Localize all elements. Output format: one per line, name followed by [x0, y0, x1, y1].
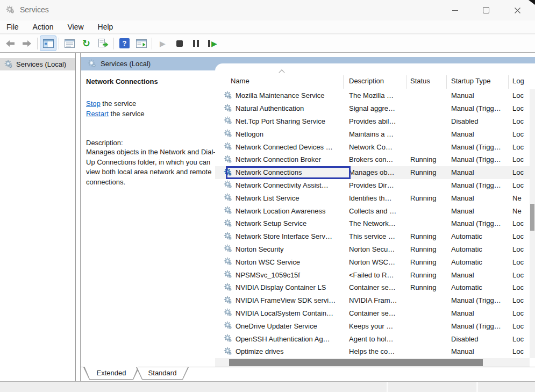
minimize-button[interactable]: [439, 0, 470, 20]
maximize-button[interactable]: [470, 0, 502, 20]
column-header-status[interactable]: Status: [410, 77, 430, 85]
properties-button[interactable]: [61, 35, 78, 51]
vertical-scrollbar-thumb[interactable]: [530, 204, 534, 231]
show-console-tree-button[interactable]: [40, 35, 56, 51]
column-divider[interactable]: [406, 75, 407, 89]
help-button[interactable]: ?: [116, 35, 133, 51]
menu-view[interactable]: View: [62, 22, 89, 32]
horizontal-scrollbar-thumb[interactable]: [229, 359, 483, 366]
cell-name: OpenSSH Authentication Ag…: [215, 334, 343, 344]
gear-icon: [224, 180, 232, 188]
back-button[interactable]: [2, 35, 18, 51]
cell-startup-type: Automatic: [451, 283, 512, 291]
table-row[interactable]: OpenSSH Authentication Ag… Agent to hol……: [215, 332, 530, 345]
table-row[interactable]: Net.Tcp Port Sharing Service Provides ab…: [215, 115, 530, 128]
cell-name: Network Setup Service: [215, 219, 343, 229]
start-service-button[interactable]: ▶: [154, 35, 171, 51]
show-action-pane-button[interactable]: [133, 35, 149, 51]
table-row[interactable]: Network Store Interface Serv… This servi…: [215, 230, 530, 243]
export-list-button[interactable]: [95, 35, 111, 51]
column-header-name[interactable]: Name: [231, 77, 249, 85]
gear-icon: [224, 193, 232, 201]
cell-name: Network Connection Broker: [215, 155, 343, 165]
restart-service-link[interactable]: Restart: [86, 110, 109, 118]
table-row[interactable]: NVIDIA LocalSystem Contain… Container se…: [215, 307, 530, 320]
table-row[interactable]: Network Connected Devices … Network Co… …: [215, 140, 530, 153]
horizontal-scrollbar[interactable]: [215, 358, 530, 367]
tab-extended[interactable]: Extended: [83, 367, 139, 380]
cell-description: <Failed to R…: [343, 271, 406, 279]
service-icon: [224, 104, 232, 113]
cell-description: This service …: [343, 232, 406, 240]
selection-outline: [226, 166, 351, 179]
cell-startup-type: Disabled: [451, 335, 512, 343]
gear-icon: [224, 296, 232, 304]
action-pane-icon: [136, 39, 147, 48]
table-row[interactable]: NPSMSvc_1059c15f <Failed to R… Running M…: [215, 268, 530, 281]
table-row[interactable]: Network Connection Broker Brokers con… R…: [215, 153, 530, 166]
service-icon: [224, 270, 232, 280]
forward-button[interactable]: [18, 35, 35, 51]
tree-item-label: Services (Local): [16, 60, 66, 68]
cell-log-on-as: Loc: [512, 335, 530, 343]
table-row[interactable]: Network List Service Identifies th… Runn…: [215, 191, 530, 204]
cell-log-on-as: Loc: [512, 155, 530, 163]
menu-help[interactable]: Help: [92, 22, 119, 32]
cell-name: Network Store Interface Serv…: [215, 232, 343, 241]
gear-icon: [224, 308, 232, 316]
table-row[interactable]: Norton WSC Service Norton WSC… Running A…: [215, 255, 530, 268]
table-row[interactable]: OneDrive Updater Service Keeps your … Ma…: [215, 319, 530, 332]
table-row[interactable]: Netlogon Maintains a … Manual Loc: [215, 127, 530, 140]
table-row[interactable]: Network Connectivity Assist… Provides Di…: [215, 179, 530, 192]
cell-log-on-as: Loc: [512, 232, 530, 240]
cell-name: NPSMSvc_1059c15f: [215, 270, 343, 280]
tree-item-services-local[interactable]: Services (Local): [0, 58, 75, 70]
cell-log-on-as: Loc: [512, 219, 530, 227]
refresh-button[interactable]: ↻: [78, 35, 95, 51]
menu-action[interactable]: Action: [27, 22, 59, 32]
cell-log-on-as: Loc: [512, 296, 530, 304]
gear-icon: [224, 116, 232, 124]
pause-service-button[interactable]: [188, 35, 204, 51]
start-service-icon: ▶: [160, 40, 166, 47]
table-row[interactable]: NVIDIA Display Container LS Container se…: [215, 281, 530, 294]
service-icon: [224, 257, 232, 267]
cell-description: Maintains a …: [343, 130, 406, 138]
table-row[interactable]: Natural Authentication Signal aggre… Man…: [215, 102, 530, 115]
cell-name: NVIDIA Display Container LS: [215, 283, 343, 293]
restart-service-button[interactable]: ▶: [204, 35, 221, 51]
vertical-scrollbar[interactable]: [530, 89, 535, 358]
column-divider[interactable]: [446, 75, 447, 89]
column-divider[interactable]: [343, 75, 344, 89]
stop-service-suffix: the service: [101, 99, 136, 108]
cell-description: Provides abil…: [343, 117, 406, 125]
stop-service-button[interactable]: [171, 35, 188, 51]
table-row[interactable]: Network Setup Service The Network… Manua…: [215, 217, 530, 230]
cell-log-on-as: Loc: [512, 91, 530, 99]
table-row[interactable]: Mozilla Maintenance Service The Mozilla …: [215, 89, 530, 102]
console-content: Services (Local) Services (Local) Networ…: [0, 53, 535, 382]
close-button[interactable]: [502, 0, 533, 20]
console-tree-icon: [43, 39, 54, 48]
cell-startup-type: Disabled: [451, 117, 512, 125]
column-divider[interactable]: [508, 75, 509, 89]
stop-service-link[interactable]: Stop: [86, 99, 101, 108]
cell-description: Network Co…: [343, 143, 406, 151]
column-header-log-on-as[interactable]: Log: [512, 77, 524, 85]
column-header-description[interactable]: Description: [349, 77, 384, 85]
table-row[interactable]: Network Location Awareness Collects and …: [215, 204, 530, 217]
column-header-startup-type[interactable]: Startup Type: [451, 77, 490, 85]
cell-log-on-as: Loc: [512, 271, 530, 279]
service-icon: [224, 142, 232, 152]
table-row[interactable]: NVIDIA FrameView SDK servi… NVIDIA Fram……: [215, 294, 530, 307]
tab-standard[interactable]: Standard: [136, 367, 189, 380]
cell-status: Running: [406, 245, 451, 253]
forward-icon: [22, 40, 32, 47]
cell-startup-type: Manual: [451, 309, 512, 317]
menu-file[interactable]: File: [1, 22, 24, 32]
cell-name: Natural Authentication: [215, 104, 343, 113]
table-row[interactable]: Norton Security Norton Secu… Running Aut…: [215, 243, 530, 256]
cell-name: Norton Security: [215, 244, 343, 254]
table-row[interactable]: Network Connections Manages ob… Running …: [215, 166, 530, 179]
table-row[interactable]: Optimize drives Helps the co… Manual Loc: [215, 345, 530, 358]
